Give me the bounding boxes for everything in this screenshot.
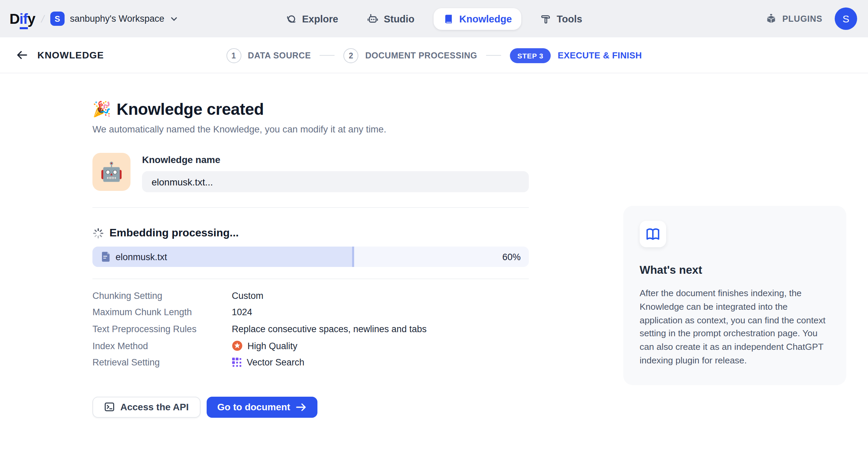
nav-item-label: Tools xyxy=(557,13,582,24)
step-number: 1 xyxy=(226,48,241,63)
dify-logo[interactable]: Dify xyxy=(10,12,35,26)
terminal-icon xyxy=(104,402,115,413)
progress-row: elonmusk.txt 60% xyxy=(92,247,529,267)
detail-value-text: Vector Search xyxy=(247,357,305,367)
logo-part: D xyxy=(10,11,19,26)
detail-value: Replace consecutive spaces, newlines and… xyxy=(232,324,427,334)
detail-row-text-preprocessing: Text Preprocessing Rules Replace consecu… xyxy=(92,321,529,337)
detail-row-chunking-setting: Chunking Setting Custom xyxy=(92,287,529,304)
divider xyxy=(92,279,529,279)
page-header: KNOWLEDGE 1 DATA SOURCE 2 DOCUMENT PROCE… xyxy=(0,37,868,73)
logo-part: if xyxy=(19,11,28,29)
button-label: Access the API xyxy=(120,402,189,413)
user-avatar[interactable]: S xyxy=(835,7,857,30)
nav-right: PLUGINS S xyxy=(765,7,857,30)
arrow-right-icon xyxy=(296,403,307,412)
back-arrow-icon xyxy=(16,50,28,60)
chevron-down-icon xyxy=(170,15,178,23)
app-window: Dify / S sanbuphy's Workspace Explore St… xyxy=(0,0,868,449)
explore-planet-icon xyxy=(286,13,297,24)
party-popper-emoji: 🎉 xyxy=(92,98,111,120)
access-api-button[interactable]: Access the API xyxy=(92,397,200,418)
whats-next-title: What's next xyxy=(640,264,830,276)
action-buttons: Access the API Go to document xyxy=(92,397,529,418)
txt-file-icon xyxy=(101,251,111,262)
step-label: DATA SOURCE xyxy=(248,51,311,60)
back-button[interactable] xyxy=(16,50,28,60)
book-icon-box xyxy=(640,221,666,247)
progress-file-name: elonmusk.txt xyxy=(116,252,167,262)
detail-value: Vector Search xyxy=(232,357,305,367)
detail-label: Chunking Setting xyxy=(92,291,232,301)
nav-item-knowledge[interactable]: Knowledge xyxy=(433,8,521,30)
page-title: KNOWLEDGE xyxy=(37,50,104,60)
embedding-progress-bar: elonmusk.txt 60% xyxy=(92,247,529,267)
detail-row-retrieval-setting: Retrieval Setting Vector Search xyxy=(92,354,529,371)
nav-item-explore[interactable]: Explore xyxy=(276,8,348,30)
workspace-selector[interactable]: S sanbuphy's Workspace xyxy=(50,12,178,26)
open-book-icon xyxy=(646,227,660,241)
detail-label: Text Preprocessing Rules xyxy=(92,324,232,334)
detail-value: Custom xyxy=(232,291,263,301)
heading-subtitle: We automatically named the Knowledge, yo… xyxy=(92,123,529,137)
nav-item-tools[interactable]: Tools xyxy=(531,8,592,30)
step-document-processing: 2 DOCUMENT PROCESSING xyxy=(344,48,478,63)
knowledge-name-col: Knowledge name xyxy=(142,153,529,192)
step-label-active: EXECUTE & FINISH xyxy=(558,50,642,60)
knowledge-book-icon xyxy=(443,13,454,24)
step-data-source: 1 DATA SOURCE xyxy=(226,48,311,63)
vector-search-icon xyxy=(232,357,242,367)
detail-label: Retrieval Setting xyxy=(92,357,232,367)
tools-hammer-icon xyxy=(540,13,551,24)
primary-nav: Explore Studio Knowledge Tools xyxy=(276,0,592,37)
step-number: 2 xyxy=(344,48,359,63)
breadcrumb-separator: / xyxy=(40,13,46,24)
workspace-name: sanbuphy's Workspace xyxy=(70,14,164,24)
detail-value: High Quality xyxy=(232,340,297,351)
divider xyxy=(92,207,529,208)
heading-row: 🎉 Knowledge created xyxy=(92,98,529,120)
go-to-document-button[interactable]: Go to document xyxy=(206,397,317,418)
progress-percent: 60% xyxy=(502,252,521,262)
embedding-title-row: Embedding processing... xyxy=(92,226,529,240)
knowledge-name-input[interactable] xyxy=(142,171,529,192)
detail-label: Maximum Chunk Length xyxy=(92,307,232,318)
nav-item-label: Knowledge xyxy=(459,13,512,24)
nav-item-label: Studio xyxy=(384,13,414,24)
detail-value-text: High Quality xyxy=(247,341,297,351)
plugins-button[interactable]: PLUGINS xyxy=(765,13,822,24)
plugins-cube-icon xyxy=(765,13,777,24)
nav-item-studio[interactable]: Studio xyxy=(357,7,424,30)
step-label: DOCUMENT PROCESSING xyxy=(365,51,478,60)
step-execute-finish: STEP 3 EXECUTE & FINISH xyxy=(510,48,642,63)
step-badge: STEP 3 xyxy=(510,48,551,63)
main-area: 🎉 Knowledge created We automatically nam… xyxy=(0,73,868,449)
loading-spinner-icon xyxy=(92,227,104,239)
detail-row-index-method: Index Method High Quality xyxy=(92,338,529,354)
result-panel: 🎉 Knowledge created We automatically nam… xyxy=(92,73,529,418)
nav-item-label: Explore xyxy=(302,13,338,24)
studio-robot-icon xyxy=(367,13,378,24)
stepper: 1 DATA SOURCE 2 DOCUMENT PROCESSING STEP… xyxy=(226,37,642,73)
knowledge-avatar[interactable]: 🤖 xyxy=(92,153,131,191)
heading: Knowledge created xyxy=(117,98,264,120)
high-quality-icon xyxy=(232,340,243,351)
step-divider xyxy=(486,55,501,56)
detail-row-max-chunk-length: Maximum Chunk Length 1024 xyxy=(92,304,529,321)
knowledge-name-row: 🤖 Knowledge name xyxy=(92,153,529,192)
step-divider xyxy=(320,55,335,56)
back-title: KNOWLEDGE xyxy=(16,50,104,60)
plugins-label: PLUGINS xyxy=(782,14,822,23)
detail-label: Index Method xyxy=(92,341,232,351)
embedding-status-title: Embedding processing... xyxy=(109,226,239,240)
whats-next-card: What's next After the document finishes … xyxy=(623,206,846,385)
whats-next-body: After the document finishes indexing, th… xyxy=(640,287,830,367)
detail-value: 1024 xyxy=(232,307,252,318)
logo-part: y xyxy=(28,11,35,26)
screenshot-stage: Dify / S sanbuphy's Workspace Explore St… xyxy=(0,0,868,449)
top-navbar: Dify / S sanbuphy's Workspace Explore St… xyxy=(0,0,868,37)
button-label: Go to document xyxy=(217,402,290,413)
settings-summary: Chunking Setting Custom Maximum Chunk Le… xyxy=(92,287,529,371)
workspace-badge: S xyxy=(50,12,65,26)
brand-area: Dify / S sanbuphy's Workspace xyxy=(10,12,178,26)
